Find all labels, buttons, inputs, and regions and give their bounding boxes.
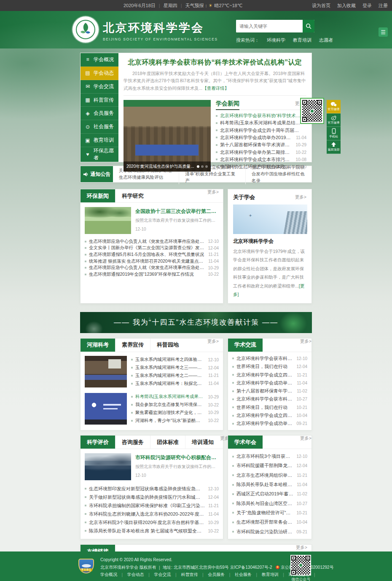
news-item-link[interactable]: 生态环境部印发应对新型冠状病毒感染肺炎疫情应急监测方案 <box>89 486 204 492</box>
river-group1-image[interactable] <box>85 356 127 387</box>
news-item-link[interactable]: 西城区正式启动2019年蓄能式 <box>236 491 293 497</box>
carousel[interactable]: 2020年黄河流域生态保护与高质量... <box>124 100 211 172</box>
tab[interactable]: 团体标准 <box>150 436 185 449</box>
news-item-link[interactable]: 科考简讯|玉泉水系河湖科考成果总结分享进入 <box>220 120 303 126</box>
news-item-link[interactable]: 陈添局长带队赴哥本哈根出席环境监测 <box>236 481 293 488</box>
news-item-link[interactable]: 陈添局长带队赴哥本哈根出席 第七届城市气候联盟全球市长峰会 <box>89 528 204 534</box>
news-item-link[interactable]: 统筹推进 狠抓落实 生态环境部召开2020年机关党建重点工作调度会 <box>89 258 205 264</box>
annual-more-link[interactable]: 更多> <box>300 436 311 449</box>
news-item-link[interactable]: 玉泉水系内城河湖科考之三——玉带萦绕紫禁皇城 <box>135 365 204 371</box>
sidebar-menu-item[interactable]: ♥ 环保志愿者 <box>81 147 118 162</box>
news-item-link[interactable]: 世界环境日，我们在行动 <box>236 363 287 370</box>
tab[interactable]: 河湖科考 <box>81 339 115 352</box>
news-item-link[interactable]: 玉泉水系内城河湖科考：秋探北护城河 <box>135 381 205 387</box>
footer-nav-link[interactable]: 教育培训 <box>262 572 279 577</box>
back-to-top-button[interactable]: 返回顶部 <box>327 140 341 154</box>
weibo-button[interactable]: 官方微博 <box>327 113 341 127</box>
annual-title-tab[interactable]: 学术年会 <box>228 436 263 449</box>
news-item-link[interactable]: 北京市环科院3个项目获得2020年度北京市自然科学基金资助 <box>89 519 204 526</box>
carousel-dot[interactable] <box>201 165 204 168</box>
news-item-link[interactable]: 关于“危险废物经营许可”等四项行政 <box>236 510 293 516</box>
news-item-link[interactable]: 我会参加北京生态修复与环境保护联合体举办的第... <box>135 402 204 408</box>
footer-nav-link[interactable]: 学会概况 <box>100 572 117 577</box>
carousel-dot[interactable] <box>205 165 208 168</box>
news-item-link[interactable]: 生态环境部通报5月和1-5月全国地表水、环境空气质量状况 <box>89 252 204 258</box>
exchange-title-tab[interactable]: 学术交流 <box>228 339 263 352</box>
tab[interactable]: 科学评价 <box>81 436 115 449</box>
news-item-link[interactable]: 北京环境科学学会成立四十周年历届 <box>236 372 293 378</box>
search-button[interactable] <box>303 20 314 32</box>
footer-nav-link[interactable]: 科普宣传 <box>181 572 198 577</box>
river-more-link[interactable]: 更多> <box>207 339 223 352</box>
news-item-link[interactable]: 生态环境部应急中心负责人就《突发生态环境事件应急处置阶段直接经济损失... <box>89 265 204 271</box>
carousel-dot[interactable] <box>197 165 199 168</box>
headline-more-link[interactable]: 【查看详情】 <box>202 86 229 91</box>
footer-nav-link[interactable]: 学会交流 <box>154 572 171 577</box>
tab[interactable]: 环保新闻 <box>81 189 115 202</box>
sidebar-menu-item[interactable]: ✉ 学会交流 <box>81 80 118 94</box>
topbar-link[interactable]: 设为首页 <box>312 3 330 9</box>
hot-word-link[interactable]: 志愿者 <box>319 37 333 43</box>
news-item-link[interactable]: 市环科院生态所刘晓娜入选北京市科协2020-2022年度青年人才托举工程 <box>89 511 205 517</box>
news-item-link[interactable]: 生态环境部召开部常务会议北京市环科院 <box>236 519 293 525</box>
river-group2-image[interactable] <box>85 393 127 425</box>
evaluation-featured-image[interactable] <box>85 453 131 480</box>
about-more-link[interactable]: 更多> <box>295 194 306 200</box>
search-input[interactable] <box>236 20 303 32</box>
news-item-link[interactable]: 陈添局长与旧金山湾区空气质量 <box>236 500 293 507</box>
sidebar-menu-item[interactable]: ▤ 学会动态 <box>81 67 118 80</box>
env-news-more-link[interactable]: 更多> <box>207 189 223 202</box>
news-item-link[interactable]: 关于做好新型冠状病毒感染的肺炎疫情医疗污水和城镇污水监管工作的通知 <box>89 494 204 500</box>
news-item-link[interactable]: 北京市生态环境局组织举办北京市 <box>236 472 293 479</box>
news-item-link[interactable]: 市环科院承担编制的国家环境保护标准《印刷工业污染防治可行技术指南》发布 <box>89 503 205 509</box>
tab[interactable]: 科学研究 <box>115 189 150 202</box>
tab[interactable]: 科普园地 <box>150 339 185 352</box>
env-featured-image[interactable] <box>85 207 131 234</box>
sidebar-menu-item[interactable]: ◈ 会员服务 <box>81 107 118 120</box>
news-item-link[interactable]: 玉泉水系内城河湖科考之二——国庆龙舟泛秋日北海 <box>135 373 205 379</box>
sidebar-menu-item[interactable]: ≡ 学会概况 <box>81 53 118 67</box>
evaluation-featured-title[interactable]: 市环科院污染源研究中心积极配合市局完成 <box>135 454 219 461</box>
notice-item-link[interactable]: 生态环境部和中国科学院联合发布中国生物多样性红色名录 <box>245 164 311 184</box>
news-item-link[interactable]: 生态环境部应急中心负责人就《突发生态环境事件应急处置阶段直接经济损失... <box>89 239 204 245</box>
news-item-link[interactable]: 北京环境科学学会成功举办2019年会暨 <box>236 380 293 386</box>
news-item-link[interactable]: 科考简讯|玉泉水系河湖科考成果总结分享进入倒计时 <box>135 394 204 400</box>
tab[interactable]: 培训通知 <box>185 436 220 449</box>
news-item-link[interactable]: 市环科院扬尘污染防治研究团队 <box>236 529 293 535</box>
news-item-link[interactable]: 第十八届首都环保青年学术演讲比赛 <box>236 388 293 394</box>
mobile-site-button[interactable]: 手机站 <box>327 127 341 140</box>
hot-word-link[interactable]: 教育培训 <box>293 37 311 43</box>
footer-nav-link[interactable]: 会员服务 <box>208 572 225 577</box>
news-item-link[interactable]: 第十八届首都环保青年学术演讲比赛圆满结束 <box>220 142 292 148</box>
news-item-link[interactable]: 北京环境科学学会成立四十周年历届理事长和秘书长齐... <box>220 127 303 134</box>
tab[interactable]: 素养宣传 <box>115 339 150 352</box>
about-image[interactable]: ✈ <box>233 204 307 234</box>
topbar-link[interactable]: 加入收藏 <box>337 3 356 9</box>
news-item-link[interactable]: 生态环境部通报2019年全国“12369”环保举报工作情况 <box>89 272 194 277</box>
tab[interactable]: 咨询服务 <box>115 436 150 449</box>
topbar-link[interactable]: 登录 <box>362 3 372 9</box>
news-item-link[interactable]: 北京环境科学学会获市科协“科学技术评价试点机构”... <box>220 113 303 119</box>
headline-title[interactable]: 北京环境科学学会获市科协“科学技术评价试点机构”认定 <box>124 58 306 67</box>
wechat-button[interactable]: 官方微信 <box>327 100 341 113</box>
news-item-link[interactable]: 玉泉水系内城河湖科考之四体验流动的紫禁城... <box>135 357 204 363</box>
topbar-link[interactable]: 注册 <box>379 3 388 9</box>
exchange-more-link[interactable]: 更多> <box>300 339 311 352</box>
footer-nav-link[interactable]: 学会动态 <box>127 572 144 577</box>
news-item-link[interactable]: 北京环境科学学会成立本市排污许可技术支持服务平台 <box>220 156 292 163</box>
sidebar-menu-item[interactable]: ▦ 科普宣传 <box>81 94 118 107</box>
env-featured-title[interactable]: 全国政协十三届三次会议举行第二次全体会议 <box>135 208 219 215</box>
campaign-banner[interactable]: —— 我为“十四五”水生态环境改善献计策 —— <box>80 312 312 333</box>
news-item-link[interactable]: 世界环境日，我们在行动 <box>236 404 287 411</box>
footer-nav-link[interactable]: 社会服务 <box>235 572 252 577</box>
news-item-link[interactable]: 北京市环科院3个项目获得2020年 <box>236 453 293 460</box>
news-item-link[interactable]: 聚焦雾霾监测治理技术产业化，推动科技 <box>135 410 204 416</box>
hot-word-link[interactable]: 环境科学 <box>267 37 285 43</box>
news-item-link[interactable]: 北京环境科学学会获市科协科学技术 <box>236 396 293 402</box>
news-item-link[interactable]: 北京环境科学学会举办第二期排污许可证申请与核发技... <box>220 149 292 156</box>
sidebar-menu-item[interactable]: ⊙ 社会服务 <box>81 120 118 134</box>
news-item-link[interactable]: 河湖科考，青少年“玩水”新姿酷炫玉泉水 <box>135 418 204 424</box>
news-item-link[interactable]: 北京环境科学学会获市科协科学 <box>236 355 293 362</box>
sidebar-menu-item[interactable]: ▣ 教育培训 <box>81 134 118 147</box>
news-item-link[interactable]: 北京环境科学学会成功举办2019年会暨会员日活动 <box>220 134 293 141</box>
